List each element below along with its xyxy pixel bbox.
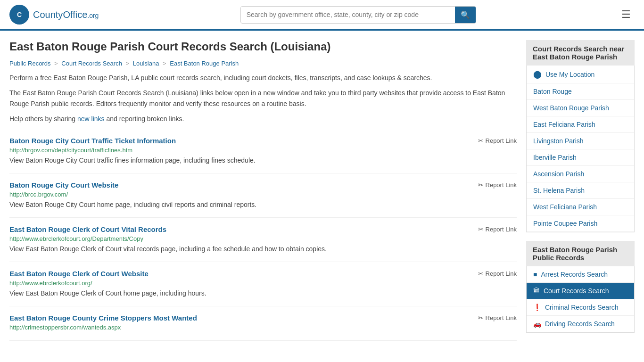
sidebar-item-label: Baton Rouge [533,88,572,95]
search-input[interactable] [241,7,455,22]
record-url: http://brcc.brgov.com/ [9,191,517,198]
location-icon: ⬤ [533,70,542,79]
scissors-icon: ✂ [478,181,483,189]
svg-text:C: C [17,11,22,18]
logo-icon: C [9,5,29,25]
report-link-btn[interactable]: ✂ Report Link [478,314,517,321]
sidebar-item-ascension[interactable]: Ascension Parish [527,166,634,182]
content-area: East Baton Rouge Parish Court Records Se… [9,40,517,341]
record-item: Baton Rouge City Court Traffic Ticket In… [9,129,517,173]
menu-button[interactable]: ☰ [618,7,635,23]
report-link-btn[interactable]: ✂ Report Link [478,137,517,144]
record-header: East Baton Rouge Clerk of Court Website … [9,270,517,278]
scissors-icon: ✂ [478,137,483,144]
description-2: The East Baton Rouge Parish Court Record… [9,88,517,109]
sidebar-item-use-my-location[interactable]: ⬤ Use My Location [527,66,634,83]
records-list: Baton Rouge City Court Traffic Ticket In… [9,129,517,341]
sidebar-item-label: Pointe Coupee Parish [533,220,597,227]
record-url: http://www.ebrclerkofcourt.org/Departmen… [9,235,517,242]
sidebar-item-baton-rouge[interactable]: Baton Rouge [527,83,634,100]
sidebar-item-arrest-records[interactable]: ■ Arrest Records Search [527,266,634,283]
sidebar-item-label: West Feliciana Parish [533,203,597,211]
record-item: East Baton Rouge County Crime Stoppers M… [9,306,517,341]
sidebar-item-pointe-coupee[interactable]: Pointe Coupee Parish [527,215,634,232]
sidebar-item-label: Criminal Records Search [545,304,619,311]
breadcrumb-parish[interactable]: East Baton Rouge Parish [170,60,239,67]
sidebar-item-label: Iberville Parish [533,154,577,161]
page-title: East Baton Rouge Parish Court Records Se… [9,40,517,53]
breadcrumb-public-records[interactable]: Public Records [9,60,50,67]
scissors-icon: ✂ [478,314,483,321]
logo-text: CountyOffice.org [33,9,99,20]
report-link-btn[interactable]: ✂ Report Link [478,181,517,189]
arrest-icon: ■ [533,271,537,278]
search-icon: 🔍 [461,11,470,19]
court-icon: 🏛 [533,287,540,295]
search-button[interactable]: 🔍 [455,7,476,23]
record-desc: View East Baton Rouge Clerk of Court hom… [9,288,517,298]
record-header: Baton Rouge City Court Website ✂ Report … [9,181,517,189]
record-header: Baton Rouge City Court Traffic Ticket In… [9,137,517,145]
sidebar-item-livingston[interactable]: Livingston Parish [527,133,634,149]
search-bar: 🔍 [240,6,476,24]
sidebar-public-records-list: ■ Arrest Records Search 🏛 Court Records … [526,266,635,333]
sidebar-item-label: West Baton Rouge Parish [533,104,609,112]
record-item: East Baton Rouge Clerk of Court Vital Re… [9,218,517,262]
sidebar-item-label: St. Helena Parish [533,187,585,194]
hamburger-icon: ☰ [621,8,631,20]
logo-area: C CountyOffice.org [9,5,99,25]
record-title[interactable]: East Baton Rouge Clerk of Court Vital Re… [9,225,166,233]
breadcrumb-court-records[interactable]: Court Records Search [61,60,122,67]
sidebar-item-label: Livingston Parish [533,137,584,145]
breadcrumb: Public Records > Court Records Search > … [9,60,517,67]
sidebar-item-west-baton-rouge[interactable]: West Baton Rouge Parish [527,100,634,116]
scissors-icon: ✂ [478,270,483,277]
record-url: http://www.ebrclerkofcourt.org/ [9,280,517,287]
report-link-btn[interactable]: ✂ Report Link [478,226,517,233]
sidebar-item-court-records[interactable]: 🏛 Court Records Search [527,283,634,299]
record-title[interactable]: Baton Rouge City Court Traffic Ticket In… [9,137,176,145]
record-title[interactable]: East Baton Rouge County Crime Stoppers M… [9,314,197,322]
sidebar-item-east-feliciana[interactable]: East Feliciana Parish [527,116,634,133]
description-3: Help others by sharing new links and rep… [9,114,517,124]
record-desc: View Baton Rouge City Court traffic fine… [9,156,517,165]
breadcrumb-louisiana[interactable]: Louisiana [133,60,159,67]
sidebar-public-records-section: East Baton Rouge Parish Public Records ■… [526,241,635,333]
record-header: East Baton Rouge Clerk of Court Vital Re… [9,225,517,233]
sidebar-nearby-title: Court Records Search near East Baton Rou… [526,40,635,66]
header: C CountyOffice.org 🔍 ☰ [0,0,644,31]
report-link-btn[interactable]: ✂ Report Link [478,270,517,277]
record-title[interactable]: East Baton Rouge Clerk of Court Website [9,270,149,278]
sidebar-item-label: Arrest Records Search [541,271,608,278]
record-title[interactable]: Baton Rouge City Court Website [9,181,118,189]
sidebar-nearby-list: ⬤ Use My Location Baton Rouge West Baton… [526,66,635,232]
sidebar: Court Records Search near East Baton Rou… [526,40,635,341]
new-links-link[interactable]: new links [77,115,105,123]
record-desc: View East Baton Rouge Clerk of Court vit… [9,244,517,254]
driving-icon: 🚗 [533,320,541,328]
record-desc: View Baton Rouge City Court home page, i… [9,200,517,210]
sidebar-item-label: Driving Records Search [545,320,615,328]
sidebar-item-st-helena[interactable]: St. Helena Parish [527,182,634,199]
criminal-icon: ❗ [533,304,541,311]
sidebar-nearby-section: Court Records Search near East Baton Rou… [526,40,635,232]
sidebar-item-driving-records[interactable]: 🚗 Driving Records Search [527,316,634,332]
record-header: East Baton Rouge County Crime Stoppers M… [9,314,517,322]
main-container: East Baton Rouge Parish Court Records Se… [0,31,644,351]
record-item: Baton Rouge City Court Website ✂ Report … [9,173,517,218]
sidebar-item-iberville[interactable]: Iberville Parish [527,149,634,166]
sidebar-item-label: Ascension Parish [533,170,584,178]
sidebar-item-label: Court Records Search [544,287,609,295]
scissors-icon: ✂ [478,226,483,233]
sidebar-public-records-title: East Baton Rouge Parish Public Records [526,241,635,266]
record-url: http://brgov.com/dept/citycourt/trafficf… [9,147,517,154]
sidebar-item-label: Use My Location [545,71,594,78]
sidebar-item-west-feliciana[interactable]: West Feliciana Parish [527,199,634,215]
description-1: Perform a free East Baton Rouge Parish, … [9,73,517,83]
sidebar-item-label: East Feliciana Parish [533,121,595,128]
record-url: http://crimestoppersbr.com/wanteds.aspx [9,324,517,331]
sidebar-item-criminal-records[interactable]: ❗ Criminal Records Search [527,299,634,316]
record-item: East Baton Rouge Clerk of Court Website … [9,262,517,306]
